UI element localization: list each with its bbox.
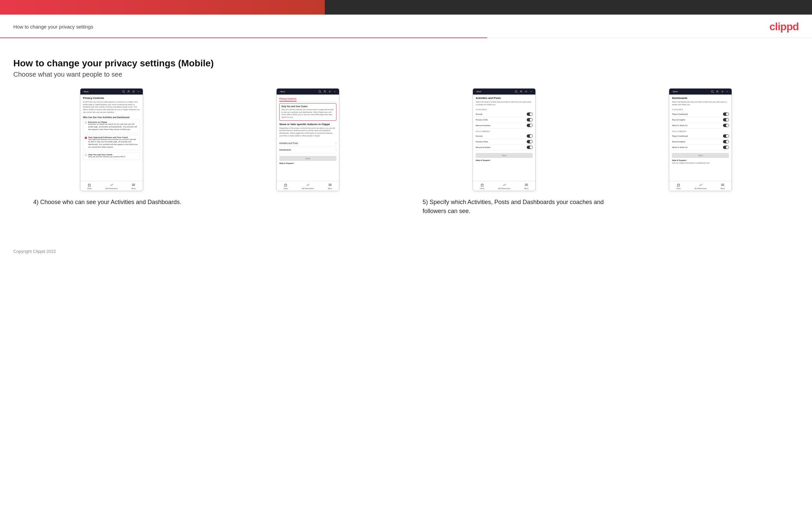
toggle-practice-followers[interactable]: Practice Drills bbox=[475, 139, 533, 145]
screen4-back[interactable]: ‹ Back bbox=[672, 91, 677, 93]
screen1-body: Control how you and your data appears to… bbox=[83, 101, 140, 113]
tab-privacy[interactable]: Privacy Controls bbox=[279, 97, 297, 102]
person-icon[interactable] bbox=[127, 90, 130, 93]
bottom-home2[interactable]: Home bbox=[284, 183, 288, 189]
toggle-round-insights-f[interactable]: Round Insights bbox=[672, 139, 729, 145]
bottom-menu2[interactable]: Menu bbox=[328, 183, 332, 189]
caption2-spacer bbox=[609, 198, 799, 216]
screen3-nav: ‹ Back bbox=[473, 89, 536, 95]
screen1-back[interactable]: ‹ Back bbox=[83, 91, 89, 93]
screen2-popup: Only You and Your Coach Only you and the… bbox=[279, 103, 337, 121]
toggle-player-dashboard-f[interactable]: Player Dashboard bbox=[672, 133, 729, 139]
search-icon[interactable] bbox=[122, 90, 125, 93]
settings-icon[interactable] bbox=[132, 90, 135, 93]
override-title: Show or hide specific features in Clippd bbox=[279, 123, 337, 126]
toggle-rounds-followers[interactable]: Rounds bbox=[475, 133, 533, 139]
toggle-round-insights[interactable] bbox=[723, 118, 729, 121]
screen4-content: Dashboards Select the dashboards that yo… bbox=[669, 95, 731, 181]
settings-icon2[interactable] bbox=[328, 90, 332, 93]
option-approved[interactable]: Only Approved Followers and Your Coach O… bbox=[83, 135, 140, 150]
bottom-perf2[interactable]: My Performance bbox=[302, 183, 314, 189]
chevron-down-icon2[interactable] bbox=[333, 90, 337, 93]
person-icon2[interactable] bbox=[323, 90, 326, 93]
settings-icon4[interactable] bbox=[721, 90, 724, 93]
svg-point-19 bbox=[526, 91, 527, 92]
toggle-what-to-work[interactable] bbox=[723, 124, 729, 127]
toggle-manual-f[interactable] bbox=[527, 146, 533, 149]
toggle-practice-f-label: Practice Drills bbox=[475, 141, 488, 143]
radio-approved[interactable] bbox=[85, 137, 87, 139]
toggle-rounds-coaches[interactable]: Rounds bbox=[475, 111, 533, 117]
option-everyone[interactable]: Everyone on Clippd Everyone on Clippd ca… bbox=[83, 119, 140, 132]
top-bar bbox=[0, 0, 812, 15]
toggle-practice-coaches[interactable]: Practice Drills bbox=[475, 117, 533, 123]
toggle-player-dashboard-c[interactable]: Player Dashboard bbox=[672, 111, 729, 117]
toggle-practice-f[interactable] bbox=[527, 140, 533, 143]
screens-row: ‹ Back Privacy Controls Control how you … bbox=[13, 88, 799, 191]
bottom-home3[interactable]: Home bbox=[480, 183, 484, 189]
home-label3: Home bbox=[480, 187, 484, 189]
bottom-perf4[interactable]: My Performance bbox=[695, 183, 707, 189]
link-activities[interactable]: Activities and Posts › bbox=[279, 140, 337, 147]
caption2: 5) Specify which Activities, Posts and D… bbox=[409, 198, 609, 216]
header-divider bbox=[0, 38, 812, 38]
svg-point-26 bbox=[717, 91, 718, 92]
help-text4: Visit our Clippd community to troublesho… bbox=[672, 162, 729, 165]
toggle-rounds-label: Rounds bbox=[475, 113, 483, 115]
bottom-home4[interactable]: Home bbox=[676, 183, 680, 189]
screen2-back[interactable]: ‹ Back bbox=[279, 91, 285, 93]
bottom-menu[interactable]: Menu bbox=[132, 183, 136, 189]
menu-label4: Menu bbox=[721, 187, 725, 189]
bottom-home[interactable]: Home bbox=[87, 183, 92, 189]
toggle-player-dash[interactable] bbox=[723, 112, 729, 116]
perf-label4: My Performance bbox=[695, 187, 707, 189]
bottom-performance[interactable]: My Performance bbox=[106, 183, 118, 189]
screen4-wrapper: ‹ Back Dashboards Select the dashboards … bbox=[602, 88, 799, 191]
toggle-what-to-work-f-label: What To Work On bbox=[672, 146, 688, 148]
link-dashboards[interactable]: Dashboards › bbox=[279, 147, 337, 153]
toggle-rounds-f[interactable] bbox=[527, 134, 533, 138]
screen3-back[interactable]: ‹ Back bbox=[475, 91, 481, 93]
toggle-practice[interactable] bbox=[527, 118, 533, 121]
popup-text: Only you and the coaches you connect wit… bbox=[281, 109, 335, 119]
chevron-down-icon3[interactable] bbox=[529, 90, 533, 93]
search-icon2[interactable] bbox=[318, 90, 321, 93]
toggle-manual-coaches[interactable]: Manual Activities bbox=[475, 123, 533, 128]
screen1-who-label: Who Can See Your Activities and Dashboar… bbox=[83, 116, 140, 118]
person-icon4[interactable] bbox=[716, 90, 719, 93]
toggle-what-to-work-f[interactable] bbox=[723, 146, 729, 149]
toggle-manual[interactable] bbox=[527, 124, 533, 127]
screen2-tabs: Privacy Controls bbox=[279, 97, 337, 102]
toggle-what-to-work-f[interactable]: What To Work On bbox=[672, 145, 729, 150]
person-icon3[interactable] bbox=[519, 90, 523, 93]
toggle-round-insights-f[interactable] bbox=[723, 140, 729, 143]
screen1: ‹ Back Privacy Controls Control how you … bbox=[80, 88, 143, 191]
screen2-nav: ‹ Back bbox=[276, 89, 339, 95]
toggle-what-to-work-c[interactable]: What To Work On bbox=[672, 123, 729, 128]
settings-icon3[interactable] bbox=[524, 90, 528, 93]
screen3-save[interactable]: Save bbox=[475, 153, 533, 158]
screen3-title: Activities and Posts bbox=[475, 97, 533, 100]
toggle-manual-followers[interactable]: Manual Activities bbox=[475, 145, 533, 150]
search-icon4[interactable] bbox=[711, 90, 714, 93]
screen1-wrapper: ‹ Back Privacy Controls Control how you … bbox=[13, 88, 210, 191]
option-you-coach[interactable]: Only You and Your Coach Only you and the… bbox=[83, 152, 140, 160]
chevron-down-icon[interactable] bbox=[137, 90, 140, 93]
toggle-rounds[interactable] bbox=[527, 112, 533, 116]
bottom-menu3[interactable]: Menu bbox=[524, 183, 529, 189]
bottom-menu4[interactable]: Menu bbox=[721, 183, 725, 189]
bottom-perf3[interactable]: My Performance bbox=[498, 183, 510, 189]
radio-you-coach[interactable] bbox=[85, 154, 87, 156]
caption1-spacer bbox=[219, 198, 409, 216]
screen2-save[interactable]: Save bbox=[279, 156, 337, 161]
screen3: ‹ Back Activities and Posts Select the t… bbox=[472, 88, 536, 191]
toggle-round-insights-c[interactable]: Round Insights bbox=[672, 117, 729, 123]
performance-icon bbox=[110, 183, 114, 187]
menu-label2: Menu bbox=[328, 187, 332, 189]
perf-label3: My Performance bbox=[498, 187, 510, 189]
toggle-player-dash-f[interactable] bbox=[723, 134, 729, 138]
radio-everyone[interactable] bbox=[85, 121, 87, 124]
chevron-down-icon4[interactable] bbox=[726, 90, 729, 93]
screen4-save[interactable]: Save bbox=[672, 153, 729, 158]
search-icon3[interactable] bbox=[514, 90, 518, 93]
